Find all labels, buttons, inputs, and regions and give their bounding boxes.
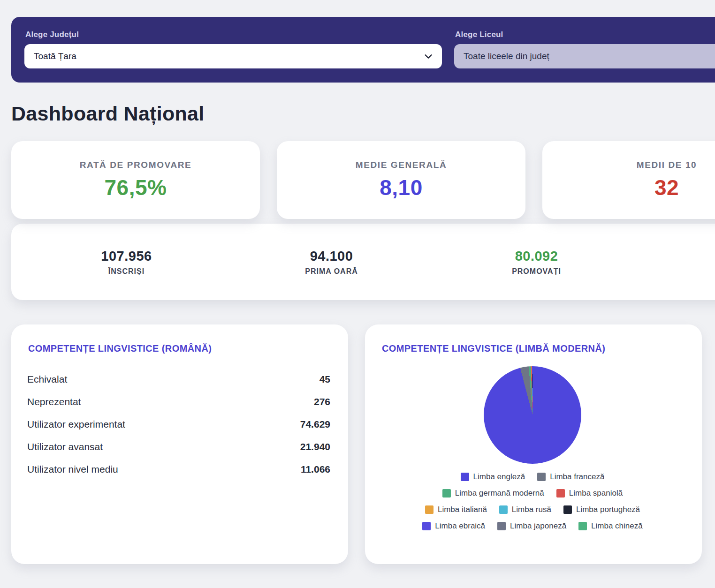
filter-bar: Alege Județul Toată Țara Alege Liceul To…	[11, 17, 715, 83]
summary-stat-value: 80.092	[515, 249, 558, 264]
list-item-value: 74.629	[300, 419, 330, 430]
legend-swatch	[578, 522, 587, 530]
legend-item[interactable]: Limba spaniolă	[556, 489, 623, 498]
judet-select-value: Toată Țara	[34, 51, 76, 61]
legend-swatch	[499, 505, 508, 514]
legend-row: Limba germană modernăLimba spaniolă	[381, 489, 684, 498]
stat-card-label: RATĂ DE PROMOVARE	[80, 160, 192, 170]
panels-row: COMPETENȚE LINGVISTICE (ROMÂNĂ) Echivala…	[11, 324, 715, 564]
romana-panel-title: COMPETENȚE LINGVISTICE (ROMÂNĂ)	[28, 343, 330, 354]
moderna-panel: COMPETENȚE LINGVISTICE (LIMBĂ MODERNĂ) L…	[365, 324, 702, 564]
summary-card: 107.956ÎNSCRIȘI94.100PRIMA OARĂ80.092PRO…	[11, 224, 715, 300]
list-item-label: Utilizator avansat	[27, 441, 103, 452]
stat-card-label: MEDIE GENERALĂ	[356, 160, 447, 170]
list-item: Neprezentat276	[27, 391, 330, 413]
pie-chart-wrap	[381, 366, 684, 464]
romana-rows: Echivalat45Neprezentat276Utilizator expe…	[27, 368, 330, 481]
legend-row: Limba englezăLimba franceză	[381, 472, 684, 482]
summary-stat: 94.100PRIMA OARĂ	[229, 249, 434, 276]
liceu-label: Alege Liceul	[455, 30, 715, 39]
legend-label: Limba rusă	[512, 505, 551, 514]
judet-label: Alege Județul	[25, 30, 442, 39]
list-item: Utilizator nivel mediu11.066	[27, 458, 330, 481]
stat-card: RATĂ DE PROMOVARE76,5%	[11, 141, 260, 219]
stat-card: MEDII DE 1032	[542, 141, 715, 219]
liceu-select[interactable]: Toate liceele din județ	[454, 44, 715, 68]
summary-stat-value: 107.956	[101, 249, 152, 264]
summary-stat-label: PRIMA OARĂ	[305, 267, 358, 276]
legend-swatch	[563, 505, 572, 514]
stat-card-value: 32	[654, 175, 679, 200]
legend-label: Limba portugheză	[576, 505, 640, 514]
summary-stat: 107.956ÎNSCRIȘI	[24, 249, 229, 276]
list-item-value: 276	[314, 396, 330, 407]
judet-select[interactable]: Toată Țara	[24, 44, 442, 68]
legend-swatch	[422, 522, 431, 530]
legend-item[interactable]: Limba germană modernă	[442, 489, 544, 498]
legend-item[interactable]: Limba chineză	[578, 521, 643, 531]
stat-card-value: 76,5%	[105, 175, 167, 200]
summary-stat: 80.092PROMOVAȚI	[434, 249, 639, 276]
legend-swatch	[556, 489, 565, 498]
list-item: Echivalat45	[27, 368, 330, 391]
summary-stat-label: PROMOVAȚI	[512, 267, 561, 276]
summary-stat-label: ÎNSCRIȘI	[108, 267, 145, 276]
legend-label: Limba chineză	[591, 521, 643, 531]
pie-chart[interactable]	[484, 366, 581, 464]
list-item-label: Utilizator experimentat	[27, 419, 125, 430]
legend-item[interactable]: Limba engleză	[461, 472, 525, 482]
romana-panel: COMPETENȚE LINGVISTICE (ROMÂNĂ) Echivala…	[11, 324, 348, 564]
legend-item[interactable]: Limba portugheză	[563, 505, 640, 514]
legend-swatch	[442, 489, 451, 498]
legend-label: Limba italiană	[438, 505, 487, 514]
chevron-down-icon	[423, 51, 434, 61]
list-item-value: 11.066	[301, 464, 330, 475]
legend-label: Limba germană modernă	[455, 489, 544, 498]
list-item-label: Neprezentat	[27, 396, 81, 407]
page-title: Dashboard Național	[11, 102, 715, 125]
list-item: Utilizator avansat21.940	[27, 436, 330, 458]
legend-item[interactable]: Limba franceză	[537, 472, 604, 482]
summary-stat-value: 94.100	[310, 249, 353, 264]
legend-swatch	[497, 522, 506, 530]
list-item-label: Echivalat	[27, 374, 67, 385]
legend-row: Limba ebraicăLimba japonezăLimba chineză	[381, 521, 684, 531]
legend-item[interactable]: Limba rusă	[499, 505, 551, 514]
legend-row: Limba italianăLimba rusăLimba portugheză	[381, 505, 684, 514]
legend-label: Limba japoneză	[510, 521, 566, 531]
legend-label: Limba franceză	[550, 472, 604, 482]
legend-swatch	[461, 473, 469, 481]
liceu-select-value: Toate liceele din județ	[464, 51, 549, 61]
list-item-label: Utilizator nivel mediu	[27, 464, 118, 475]
legend-label: Limba spaniolă	[569, 489, 623, 498]
pie-legend: Limba englezăLimba francezăLimba germană…	[381, 472, 684, 531]
stat-card: MEDIE GENERALĂ8,10	[277, 141, 525, 219]
legend-item[interactable]: Limba ebraică	[422, 521, 485, 531]
list-item-value: 21.940	[300, 441, 330, 452]
legend-swatch	[537, 473, 546, 481]
stat-cards-row: RATĂ DE PROMOVARE76,5%MEDIE GENERALĂ8,10…	[11, 141, 715, 219]
legend-label: Limba ebraică	[435, 521, 485, 531]
legend-label: Limba engleză	[473, 472, 525, 482]
moderna-panel-title: COMPETENȚE LINGVISTICE (LIMBĂ MODERNĂ)	[382, 343, 684, 354]
legend-item[interactable]: Limba italiană	[425, 505, 487, 514]
legend-swatch	[425, 505, 434, 514]
list-item-value: 45	[319, 374, 330, 385]
stat-card-label: MEDII DE 10	[637, 160, 697, 170]
stat-card-value: 8,10	[380, 175, 423, 200]
legend-item[interactable]: Limba japoneză	[497, 521, 566, 531]
app: { "theme": { "page_bg": "#f0f1f4", "bann…	[0, 0, 715, 588]
list-item: Utilizator experimentat74.629	[27, 413, 330, 436]
